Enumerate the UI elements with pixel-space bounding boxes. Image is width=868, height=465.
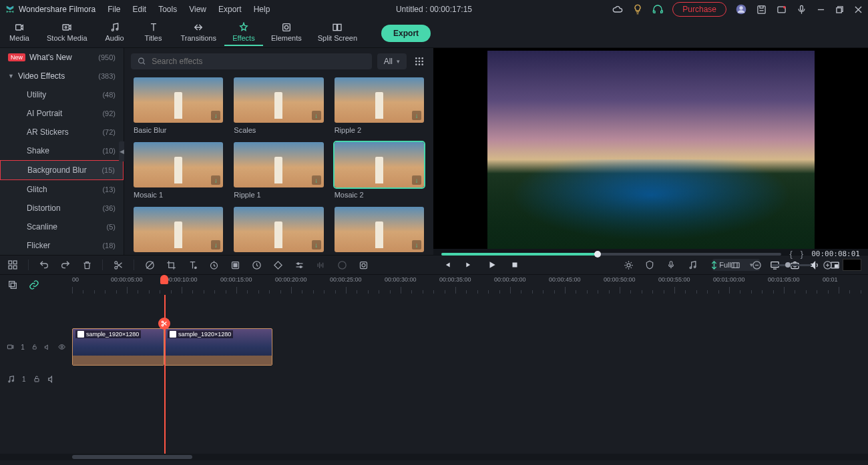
search-input[interactable] <box>152 57 365 66</box>
render-icon[interactable] <box>622 259 634 271</box>
adjust-icon[interactable] <box>293 259 305 271</box>
mark-in-button[interactable]: { <box>789 249 792 259</box>
denoise-icon[interactable] <box>144 259 156 271</box>
effect-card[interactable]: ↓ <box>234 207 323 255</box>
sidebar-item-background-blur[interactable]: Background Blur(15) <box>0 160 124 180</box>
sidebar-item-shake[interactable]: Shake(10) <box>0 141 124 160</box>
menu-export[interactable]: Export <box>218 5 242 14</box>
effect-card[interactable]: ↓Mosaic 1 <box>134 142 223 199</box>
zoom-out-button[interactable] <box>750 259 763 271</box>
widgets-icon[interactable] <box>7 259 19 271</box>
greenscreen-icon[interactable] <box>336 259 348 271</box>
prev-frame-button[interactable] <box>441 260 452 270</box>
lock-icon[interactable] <box>31 343 38 351</box>
effect-card[interactable]: ↓ <box>134 207 223 255</box>
headphones-icon[interactable] <box>652 4 663 15</box>
timeline-clip[interactable]: sample_1920×1280 <box>72 328 164 366</box>
tool-elements[interactable]: Elements <box>263 20 310 46</box>
menu-edit[interactable]: Edit <box>133 5 147 14</box>
close-button[interactable] <box>853 5 863 14</box>
collapse-handle[interactable]: ◀ <box>119 141 124 161</box>
eye-icon[interactable] <box>58 342 65 352</box>
mark-out-button[interactable]: } <box>801 249 803 259</box>
zoom-slider[interactable] <box>772 264 812 266</box>
crop-button[interactable] <box>165 259 177 271</box>
text-button[interactable] <box>186 259 198 271</box>
keyframe-icon[interactable] <box>272 259 284 271</box>
mixer-icon[interactable] <box>686 259 698 271</box>
effect-card[interactable]: ↓ <box>335 207 424 255</box>
filter-dropdown[interactable]: All ▾ <box>377 53 407 69</box>
grid-view-button[interactable] <box>412 54 427 69</box>
search-box[interactable] <box>131 53 372 69</box>
sidebar-item-ar-stickers[interactable]: AR Stickers(72) <box>0 123 124 141</box>
sidebar-item-flicker[interactable]: Flicker(18) <box>0 236 124 255</box>
undo-button[interactable] <box>38 259 50 271</box>
magnet-icon[interactable] <box>708 259 720 271</box>
duration-icon[interactable] <box>250 259 262 271</box>
preview-canvas[interactable] <box>433 48 868 249</box>
redo-button[interactable] <box>59 259 71 271</box>
lock-icon[interactable] <box>33 375 41 383</box>
sidebar-item-utility[interactable]: Utility(48) <box>0 85 124 104</box>
effect-card[interactable]: ↓Ripple 1 <box>234 142 323 199</box>
mic-icon[interactable] <box>796 4 807 15</box>
stop-button[interactable] <box>509 260 520 270</box>
effect-card[interactable]: ↓Basic Blur <box>134 77 223 134</box>
timeline-clip[interactable]: sample_1920×1280 <box>164 328 272 366</box>
menu-tools[interactable]: Tools <box>158 5 177 14</box>
menu-file[interactable]: File <box>107 5 120 14</box>
speed-button[interactable] <box>208 259 220 271</box>
effect-card[interactable]: ↓Ripple 2 <box>335 77 424 134</box>
timeline-ruler[interactable]: 0000:00:05:0000:00:10:0000:00:15:0000:00… <box>72 275 868 295</box>
split-button[interactable] <box>112 259 124 271</box>
preview-scrubber[interactable] <box>441 253 781 256</box>
tool-split-screen[interactable]: Split Screen <box>310 20 365 46</box>
message-icon[interactable] <box>776 4 787 15</box>
marker-icon[interactable] <box>644 259 656 271</box>
effect-card[interactable]: ↓Scales <box>234 77 323 134</box>
record-icon[interactable] <box>665 259 677 271</box>
tracks-area[interactable]: sample_1920×1280sample_1920×1280 <box>72 295 868 460</box>
sidebar-item-distortion[interactable]: Distortion(36) <box>0 199 124 217</box>
mask-icon[interactable] <box>357 259 369 271</box>
cut-badge-icon[interactable] <box>158 318 170 330</box>
track-layers-icon[interactable] <box>7 279 19 291</box>
save-icon[interactable] <box>756 4 767 15</box>
mute-icon[interactable] <box>44 343 51 352</box>
playhead-marker[interactable] <box>160 275 168 284</box>
tool-effects[interactable]: Effects <box>224 20 263 46</box>
tool-stock-media[interactable]: Stock Media <box>39 20 95 46</box>
color-button[interactable] <box>229 259 241 271</box>
audio-beat-icon[interactable] <box>314 259 327 271</box>
menu-view[interactable]: View <box>189 5 206 14</box>
avatar-icon[interactable] <box>736 4 746 15</box>
zoom-in-button[interactable] <box>821 259 833 271</box>
minimize-button[interactable] <box>816 5 825 14</box>
export-button[interactable]: Export <box>381 25 431 42</box>
effect-card[interactable]: ↓Mosaic 2 <box>335 142 424 199</box>
horizontal-scrollbar[interactable] <box>0 454 868 460</box>
sidebar-item-glitch[interactable]: Glitch(13) <box>0 180 124 199</box>
svg-point-61 <box>362 264 365 267</box>
play-button[interactable] <box>487 260 497 270</box>
menu-help[interactable]: Help <box>254 5 270 14</box>
tool-titles[interactable]: Titles <box>134 20 173 46</box>
sidebar-whats-new[interactable]: NewWhat's New (950) <box>0 48 124 67</box>
cloud-icon[interactable] <box>612 4 623 15</box>
tool-audio[interactable]: Audio <box>95 20 134 46</box>
link-icon[interactable] <box>28 279 40 291</box>
zoom-fit-button[interactable] <box>843 259 861 271</box>
delete-button[interactable] <box>81 259 93 271</box>
sidebar-video-effects[interactable]: ▼Video Effects (383) <box>0 67 124 85</box>
next-frame-button[interactable] <box>464 260 475 270</box>
purchase-button[interactable]: Purchase <box>672 2 726 17</box>
aspect-icon[interactable] <box>729 259 741 271</box>
lightbulb-icon[interactable] <box>632 4 643 15</box>
mute-icon[interactable] <box>47 375 56 384</box>
tool-transitions[interactable]: Transitions <box>173 20 224 46</box>
tool-media[interactable]: Media <box>0 20 39 46</box>
sidebar-item-ai-portrait[interactable]: AI Portrait(92) <box>0 104 124 123</box>
maximize-button[interactable] <box>835 5 844 14</box>
sidebar-item-scanline[interactable]: Scanline(5) <box>0 217 124 236</box>
